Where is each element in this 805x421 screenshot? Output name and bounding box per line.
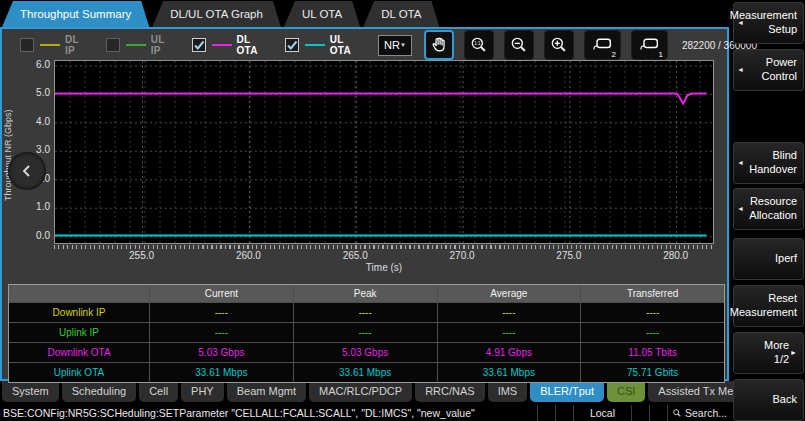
table-value: 5.03 Gbps [294,343,437,362]
checkbox-ul-ota[interactable] [285,38,299,52]
marker-1-button[interactable]: 1 [631,30,668,60]
rat-selector-dropdown[interactable]: NR ▼ [378,35,412,56]
marker-2-digit: 2 [611,50,615,59]
y-tick-label: 3.0 [36,144,50,155]
marker-2-button[interactable]: 2 [584,30,621,60]
legend-label-ul-ota: UL OTA [330,34,351,56]
table-value: ---- [581,323,724,342]
table-value: ---- [438,323,581,342]
table-value: 33.61 Mbps [438,363,581,382]
table-header-blank [9,285,149,302]
x-tick-label: 260.0 [236,250,261,261]
search-icon [672,408,682,418]
zoom-out-icon [509,35,529,55]
softkey-blind-handover[interactable]: Blind Handover◄ [733,142,804,184]
chart-plot-area[interactable] [54,60,714,244]
softkey-label: Power Control [746,56,797,84]
marker-1-digit: 1 [658,50,662,59]
arrow-left-icon: ◄ [737,159,744,168]
tab-ul-ota[interactable]: UL OTA [284,1,360,27]
bottom-tab-beam-mgmt[interactable]: Beam Mgmt [227,381,306,402]
table-header-transferred: Transferred [581,285,724,302]
zoom-in-button[interactable] [544,30,574,60]
svg-text:1:1: 1:1 [474,41,481,46]
table-row-label-uplink-ota: Uplink OTA [9,363,149,382]
zoom-1to1-button[interactable]: 1:1 [464,30,494,60]
table-header-peak: Peak [294,285,437,302]
legend-line-ul-ip [126,44,146,46]
y-tick-label: 4.0 [36,116,50,127]
collapse-panel-button[interactable] [8,152,46,190]
table-value: 4.91 Gbps [438,343,581,362]
table-value: ---- [294,303,437,322]
bottom-tab-csi[interactable]: CSI [607,381,645,402]
x-axis-title: Time (s) [54,262,714,273]
softkey-iperf[interactable]: Iperf [733,238,804,280]
softkey-more-1-2[interactable]: More 1/2► [733,332,804,374]
status-cell [555,405,573,421]
status-cell [649,405,667,421]
table-value: ---- [150,303,293,322]
softkey-resource-allocation[interactable]: Resource Allocation◄ [733,188,804,230]
legend-item-ul-ota: UL OTA [285,34,351,56]
softkey-measurement-setup[interactable]: Measurement Setup◄ [733,2,804,44]
legend-line-dl-ota [212,44,232,46]
arrow-left-icon: ◄ [737,205,744,214]
rat-selector-value: NR [384,39,400,51]
legend-label-ul-ip: UL IP [151,34,165,56]
bottom-tab-rrc-nas[interactable]: RRC/NAS [415,381,485,402]
table-row-label-uplink-ip: Uplink IP [9,323,149,342]
local-mode-indicator: Local [573,405,631,421]
x-axis-ticks: 255.0260.0265.0270.0275.0280.0 [54,250,714,262]
bottom-tab-cell[interactable]: Cell [139,381,178,402]
table-header-average: Average [438,285,581,302]
pan-button[interactable] [424,30,454,60]
checkbox-ul-ip[interactable] [106,38,120,52]
softkey-label: More 1/2 [746,339,789,367]
arrow-left-icon: ◄ [737,19,744,28]
bottom-tab-bler-tput[interactable]: BLER/Tput [530,381,604,402]
tab-throughput-summary[interactable]: Throughput Summary [2,1,149,27]
bottom-tab-mac-rlc-pdcp[interactable]: MAC/RLC/PDCP [309,381,412,402]
zoom-in-icon [549,35,569,55]
status-cell [537,405,555,421]
legend: DL IPUL IPDL OTAUL OTA [20,34,378,56]
legend-label-dl-ip: DL IP [65,34,79,56]
softkey-label: Back [773,393,797,407]
bottom-tab-phy[interactable]: PHY [181,381,224,402]
table-value: ---- [150,323,293,342]
softkey-label: Iperf [775,252,797,266]
bottom-tab-scheduling[interactable]: Scheduling [62,381,136,402]
top-tab-bar: Throughput SummaryDL/UL OTA GraphUL OTAD… [0,0,729,27]
checkbox-dl-ota[interactable] [192,38,206,52]
tab-dl-ul-ota-graph[interactable]: DL/UL OTA Graph [152,1,281,27]
softkey-label: Resource Allocation [746,195,797,223]
chevron-left-icon [19,163,35,179]
app-window: Throughput SummaryDL/UL OTA GraphUL OTAD… [0,0,805,421]
softkey-label: Blind Handover [746,149,797,177]
scpi-command-text: BSE:CONFig:NR5G:SCHeduling:SETParameter … [0,405,537,421]
x-tick-label: 270.0 [450,250,475,261]
bottom-tab-ims[interactable]: IMS [488,381,528,402]
table-value: ---- [294,323,437,342]
status-cell [631,405,649,421]
softkey-reset-measurement[interactable]: Reset Measurement [733,285,804,327]
legend-line-ul-ota [305,44,325,46]
zoom-out-button[interactable] [504,30,534,60]
series-dl-ota [55,94,707,104]
throughput-summary-panel: DL IPUL IPDL OTAUL OTA NR ▼ [0,27,729,381]
table-value: 33.61 Mbps [150,363,293,382]
y-tick-label: 0.0 [36,230,50,241]
softkey-power-control[interactable]: Power Control◄ [733,49,804,91]
zoom-1to1-icon: 1:1 [469,35,489,55]
search-input[interactable]: Search... [667,405,729,421]
y-tick-label: 5.0 [36,87,50,98]
tab-dl-ota[interactable]: DL OTA [363,1,439,27]
x-tick-label: 265.0 [343,250,368,261]
table-value: 33.61 Mbps [294,363,437,382]
bottom-tab-bar: SystemSchedulingCellPHYBeam MgmtMAC/RLC/… [0,381,729,405]
bottom-tab-system[interactable]: System [2,381,59,402]
table-value: 75.71 Gbits [581,363,724,382]
softkey-column: Measurement Setup◄Power Control◄Blind Ha… [733,0,804,421]
softkey-back[interactable]: Back [733,379,804,421]
